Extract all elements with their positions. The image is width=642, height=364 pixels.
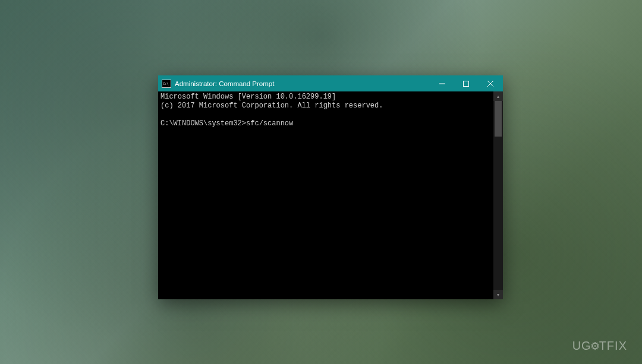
- output-line: (c) 2017 Microsoft Corporation. All righ…: [160, 102, 383, 110]
- scroll-track[interactable]: [493, 101, 503, 290]
- minimize-button[interactable]: [430, 75, 454, 91]
- scroll-up-arrow-icon[interactable]: ▴: [493, 91, 503, 101]
- window-controls: [430, 75, 503, 91]
- vertical-scrollbar[interactable]: ▴ ▾: [493, 91, 503, 299]
- gear-icon: ⚙: [590, 340, 600, 353]
- watermark-logo: UG⚙TFIX: [572, 339, 627, 353]
- cmd-icon: C:\: [162, 80, 171, 88]
- command-text: sfc/scannow: [246, 119, 293, 128]
- prompt-text: C:\WINDOWS\system32>: [160, 119, 246, 128]
- scroll-thumb[interactable]: [495, 101, 502, 137]
- scroll-down-arrow-icon[interactable]: ▾: [493, 290, 503, 299]
- close-button[interactable]: [478, 75, 503, 91]
- terminal-output[interactable]: Microsoft Windows [Version 10.0.16299.19…: [158, 91, 493, 299]
- window-titlebar[interactable]: C:\ Administrator: Command Prompt: [158, 75, 503, 91]
- terminal-body: Microsoft Windows [Version 10.0.16299.19…: [158, 91, 503, 299]
- svg-rect-1: [464, 81, 469, 86]
- command-prompt-window: C:\ Administrator: Command Prompt Micros…: [158, 75, 503, 299]
- output-line: Microsoft Windows [Version 10.0.16299.19…: [160, 93, 336, 101]
- window-title: Administrator: Command Prompt: [175, 80, 430, 87]
- maximize-button[interactable]: [454, 75, 478, 91]
